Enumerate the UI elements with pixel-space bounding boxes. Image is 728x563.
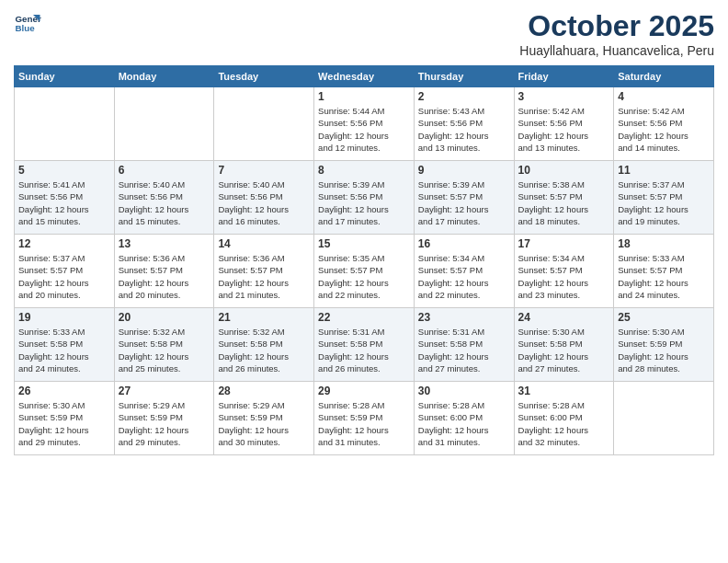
info-line: Sunset: 6:00 PM bbox=[418, 412, 483, 422]
info-line: Sunrise: 5:44 AM bbox=[318, 106, 384, 116]
info-line: Daylight: 12 hours bbox=[119, 278, 189, 288]
info-line: and 13 minutes. bbox=[518, 143, 581, 153]
info-line: and 25 minutes. bbox=[119, 363, 181, 373]
info-line: Daylight: 12 hours bbox=[518, 425, 589, 435]
info-line: Daylight: 12 hours bbox=[318, 425, 389, 435]
day-number: 27 bbox=[119, 385, 210, 397]
header-monday: Monday bbox=[114, 66, 214, 87]
week-row-3: 19Sunrise: 5:33 AMSunset: 5:58 PMDayligh… bbox=[15, 308, 714, 382]
header-friday: Friday bbox=[514, 66, 614, 87]
day-number: 9 bbox=[418, 164, 510, 177]
cell-info: Sunrise: 5:31 AMSunset: 5:58 PMDaylight:… bbox=[318, 326, 410, 374]
info-line: Daylight: 12 hours bbox=[218, 204, 289, 214]
day-number: 4 bbox=[618, 90, 710, 103]
info-line: Sunrise: 5:32 AM bbox=[218, 327, 284, 337]
week-row-2: 12Sunrise: 5:37 AMSunset: 5:57 PMDayligh… bbox=[15, 235, 714, 308]
info-line: Daylight: 12 hours bbox=[18, 278, 89, 288]
header-row: Sunday Monday Tuesday Wednesday Thursday… bbox=[15, 66, 714, 87]
cell-info: Sunrise: 5:32 AMSunset: 5:58 PMDaylight:… bbox=[218, 326, 310, 374]
cell-info: Sunrise: 5:29 AMSunset: 5:59 PMDaylight:… bbox=[119, 399, 210, 448]
info-line: and 27 minutes. bbox=[518, 363, 581, 373]
info-line: and 29 minutes. bbox=[119, 437, 181, 447]
day-number: 30 bbox=[418, 385, 510, 397]
info-line: Sunset: 5:57 PM bbox=[418, 265, 483, 275]
info-line: Sunset: 5:58 PM bbox=[18, 339, 83, 349]
info-line: Sunset: 5:59 PM bbox=[218, 412, 282, 422]
day-number: 31 bbox=[518, 385, 610, 397]
info-line: Sunset: 5:57 PM bbox=[218, 265, 282, 275]
info-line: Sunrise: 5:29 AM bbox=[119, 400, 185, 410]
cell-3-5: 24Sunrise: 5:30 AMSunset: 5:58 PMDayligh… bbox=[514, 308, 614, 382]
info-line: and 32 minutes. bbox=[518, 437, 581, 447]
cell-4-5: 31Sunrise: 5:28 AMSunset: 6:00 PMDayligh… bbox=[514, 382, 614, 455]
info-line: Daylight: 12 hours bbox=[518, 131, 589, 141]
info-line: Sunrise: 5:33 AM bbox=[18, 327, 85, 337]
info-line: Daylight: 12 hours bbox=[418, 351, 489, 362]
week-row-1: 5Sunrise: 5:41 AMSunset: 5:56 PMDaylight… bbox=[15, 161, 714, 235]
day-number: 2 bbox=[418, 90, 510, 103]
cell-3-4: 23Sunrise: 5:31 AMSunset: 5:58 PMDayligh… bbox=[414, 308, 514, 382]
info-line: and 15 minutes. bbox=[119, 216, 181, 226]
info-line: Sunset: 5:59 PM bbox=[18, 412, 83, 422]
day-number: 18 bbox=[618, 237, 710, 250]
day-number: 12 bbox=[18, 237, 110, 250]
info-line: and 15 minutes. bbox=[18, 216, 81, 226]
info-line: Daylight: 12 hours bbox=[218, 425, 289, 435]
info-line: Daylight: 12 hours bbox=[119, 351, 189, 362]
info-line: Daylight: 12 hours bbox=[618, 204, 688, 214]
cell-info: Sunrise: 5:34 AMSunset: 5:57 PMDaylight:… bbox=[518, 252, 610, 301]
info-line: Sunrise: 5:28 AM bbox=[518, 400, 585, 410]
info-line: Sunrise: 5:40 AM bbox=[218, 179, 284, 190]
info-line: and 17 minutes. bbox=[318, 216, 381, 226]
cell-info: Sunrise: 5:42 AMSunset: 5:56 PMDaylight:… bbox=[518, 105, 610, 154]
cell-2-4: 16Sunrise: 5:34 AMSunset: 5:57 PMDayligh… bbox=[414, 235, 514, 308]
info-line: Daylight: 12 hours bbox=[618, 351, 688, 362]
day-number: 3 bbox=[518, 90, 610, 103]
info-line: Daylight: 12 hours bbox=[418, 425, 489, 435]
info-line: and 24 minutes. bbox=[18, 363, 81, 373]
week-row-0: 1Sunrise: 5:44 AMSunset: 5:56 PMDaylight… bbox=[15, 87, 714, 161]
cell-info: Sunrise: 5:35 AMSunset: 5:57 PMDaylight:… bbox=[318, 252, 410, 301]
logo-icon: General Blue bbox=[14, 9, 41, 37]
info-line: Sunrise: 5:39 AM bbox=[318, 179, 384, 190]
calendar-header: Sunday Monday Tuesday Wednesday Thursday… bbox=[15, 66, 714, 87]
day-number: 29 bbox=[318, 385, 410, 397]
cell-1-1: 6Sunrise: 5:40 AMSunset: 5:56 PMDaylight… bbox=[114, 161, 214, 235]
cell-4-1: 27Sunrise: 5:29 AMSunset: 5:59 PMDayligh… bbox=[114, 382, 214, 455]
info-line: and 29 minutes. bbox=[18, 437, 81, 447]
info-line: Sunset: 5:56 PM bbox=[418, 118, 483, 128]
day-number: 1 bbox=[318, 90, 410, 103]
info-line: and 28 minutes. bbox=[618, 363, 680, 373]
cell-info: Sunrise: 5:37 AMSunset: 5:57 PMDaylight:… bbox=[618, 178, 710, 227]
day-number: 25 bbox=[618, 311, 710, 324]
day-number: 5 bbox=[18, 164, 110, 177]
info-line: Sunrise: 5:30 AM bbox=[518, 327, 585, 337]
day-number: 10 bbox=[518, 164, 610, 177]
cell-0-5: 3Sunrise: 5:42 AMSunset: 5:56 PMDaylight… bbox=[514, 87, 614, 161]
cell-info: Sunrise: 5:37 AMSunset: 5:57 PMDaylight:… bbox=[18, 252, 110, 301]
info-line: Sunset: 5:56 PM bbox=[618, 118, 682, 128]
cell-info: Sunrise: 5:28 AMSunset: 6:00 PMDaylight:… bbox=[418, 399, 510, 448]
cell-0-2 bbox=[214, 87, 314, 161]
cell-info: Sunrise: 5:28 AMSunset: 6:00 PMDaylight:… bbox=[518, 399, 610, 448]
cell-info: Sunrise: 5:39 AMSunset: 5:57 PMDaylight:… bbox=[418, 178, 510, 227]
info-line: Daylight: 12 hours bbox=[18, 425, 89, 435]
info-line: Daylight: 12 hours bbox=[318, 204, 389, 214]
info-line: Sunrise: 5:39 AM bbox=[418, 179, 484, 190]
info-line: Sunrise: 5:36 AM bbox=[119, 253, 185, 263]
info-line: Sunrise: 5:28 AM bbox=[318, 400, 384, 410]
header-wednesday: Wednesday bbox=[314, 66, 415, 87]
cell-info: Sunrise: 5:40 AMSunset: 5:56 PMDaylight:… bbox=[218, 178, 310, 227]
info-line: Sunset: 5:59 PM bbox=[618, 339, 682, 349]
cell-0-6: 4Sunrise: 5:42 AMSunset: 5:56 PMDaylight… bbox=[614, 87, 714, 161]
cell-3-3: 22Sunrise: 5:31 AMSunset: 5:58 PMDayligh… bbox=[314, 308, 415, 382]
info-line: and 19 minutes. bbox=[618, 216, 680, 226]
info-line: Sunrise: 5:42 AM bbox=[618, 106, 684, 116]
day-number: 8 bbox=[318, 164, 410, 177]
info-line: Sunset: 5:58 PM bbox=[518, 339, 583, 349]
cell-4-4: 30Sunrise: 5:28 AMSunset: 6:00 PMDayligh… bbox=[414, 382, 514, 455]
day-number: 28 bbox=[218, 385, 310, 397]
cell-2-5: 17Sunrise: 5:34 AMSunset: 5:57 PMDayligh… bbox=[514, 235, 614, 308]
info-line: and 31 minutes. bbox=[318, 437, 381, 447]
info-line: and 23 minutes. bbox=[518, 290, 581, 300]
